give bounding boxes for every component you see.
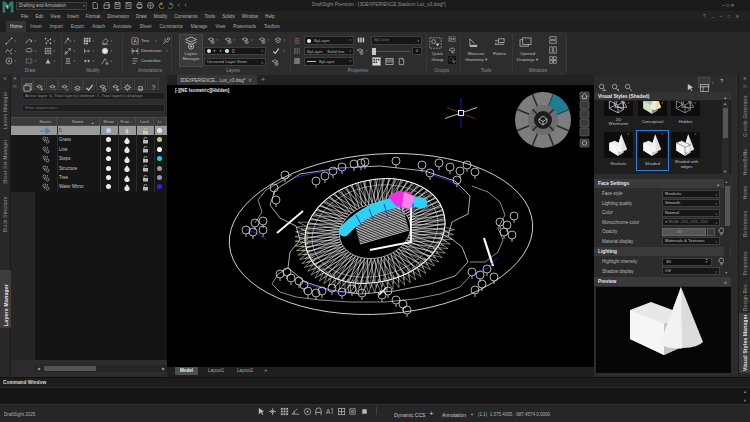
svg-text:R: R: [105, 60, 108, 64]
svg-text:A: A: [326, 408, 331, 415]
svg-text:A: A: [133, 38, 137, 44]
svg-text:?: ?: [151, 84, 155, 91]
